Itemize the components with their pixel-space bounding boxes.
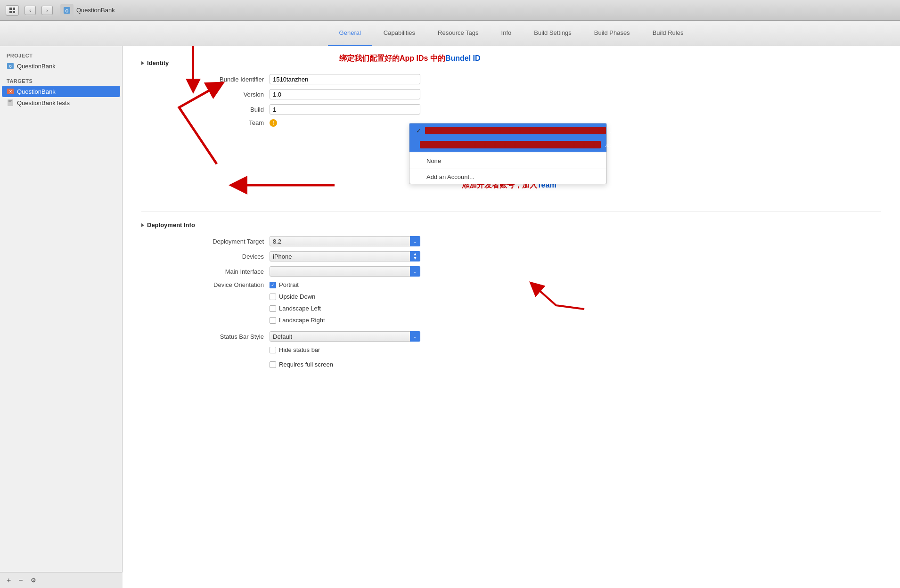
svg-text:Q: Q: [65, 8, 68, 13]
main-interface-select[interactable]: Main: [270, 266, 420, 277]
devices-select[interactable]: iPhone iPad Universal: [270, 251, 420, 261]
sidebar: PROJECT Q QuestionBank TARGETS ✕ Questio…: [0, 46, 123, 588]
landscape-left-checkbox[interactable]: [270, 305, 276, 312]
upside-down-checkbox[interactable]: [270, 294, 276, 300]
tab-general[interactable]: General: [328, 21, 372, 46]
hide-status-bar-row: Hide status bar: [141, 346, 881, 356]
grid-button[interactable]: [6, 5, 19, 16]
status-bar-style-label: Status Bar Style: [170, 333, 264, 340]
dropdown-separator-2: [409, 169, 606, 169]
sidebar-targets-section: TARGETS: [0, 75, 122, 86]
settings-button[interactable]: ⚙: [29, 577, 38, 584]
project-icon: Q: [60, 4, 74, 17]
devices-select-wrap: iPhone iPad Universal ▲▼: [270, 251, 420, 261]
status-bar-style-select[interactable]: Default Light Content: [270, 331, 420, 342]
content-area: Identity 绑定我们配置好的App IDs 中的Bundel ID Bun…: [123, 46, 900, 588]
orientation-checkboxes: ✓ Portrait Upside Down Landscape Left La…: [270, 281, 325, 327]
version-input[interactable]: [270, 89, 420, 99]
warning-icon: !: [270, 119, 277, 127]
bundle-identifier-input[interactable]: [270, 74, 420, 84]
deployment-target-select-wrap: 8.2 8.0 9.0 ⌄: [270, 236, 420, 246]
tab-bar: General Capabilities Resource Tags Info …: [0, 21, 900, 46]
main-layout: PROJECT Q QuestionBank TARGETS ✕ Questio…: [0, 46, 900, 588]
svg-text:✕: ✕: [9, 90, 12, 94]
sidebar-item-target-test[interactable]: QuestionBankTests: [0, 97, 122, 108]
redacted-account-1: ████████████████████████████████████: [425, 127, 606, 134]
sidebar-project-label: QuestionBank: [17, 63, 56, 70]
upside-down-row: Upside Down: [270, 293, 325, 300]
deployment-target-select[interactable]: 8.2 8.0 9.0: [270, 236, 420, 246]
devices-label: Devices: [170, 253, 264, 260]
project-file-icon: Q: [7, 62, 14, 70]
tab-capabilities[interactable]: Capabilities: [372, 21, 426, 46]
dropdown-item-none[interactable]: None: [409, 154, 606, 168]
svg-rect-1: [13, 8, 15, 10]
requires-full-screen-checkbox[interactable]: [270, 361, 276, 368]
status-bar-style-select-wrap: Default Light Content ⌄: [270, 331, 420, 342]
identity-triangle: [141, 61, 144, 65]
dropdown-item-1[interactable]: ✓ ████████████████████████████████████ .…: [409, 123, 606, 138]
bundle-identifier-label: Bundle Identifier: [170, 76, 264, 83]
svg-rect-11: [8, 100, 12, 101]
sidebar-target-label: QuestionBank: [17, 88, 56, 95]
sidebar-item-target-selected[interactable]: ✕ QuestionBank: [2, 86, 120, 97]
target-icon: ✕: [7, 88, 14, 95]
device-orientation-row: Device Orientation ✓ Portrait Upside Dow…: [141, 281, 881, 327]
main-interface-label: Main Interface: [170, 268, 264, 275]
back-button[interactable]: ‹: [25, 6, 36, 15]
dropdown-item-add-account[interactable]: Add an Account...: [409, 170, 606, 184]
remove-button[interactable]: −: [16, 576, 25, 585]
svg-text:Q: Q: [9, 65, 12, 68]
project-title: QuestionBank: [76, 7, 115, 14]
devices-row: Devices iPhone iPad Universal ▲▼: [141, 251, 881, 261]
test-target-icon: [7, 99, 14, 106]
add-button[interactable]: +: [5, 576, 13, 585]
svg-rect-0: [9, 8, 12, 10]
deployment-section-header: Deployment Info: [141, 221, 881, 229]
tab-info[interactable]: Info: [490, 21, 523, 46]
dropdown-item-2[interactable]: ████████████████████████████████████ .co…: [409, 138, 606, 152]
sidebar-item-project[interactable]: Q QuestionBank: [0, 60, 122, 72]
upside-down-label: Upside Down: [279, 293, 315, 300]
landscape-left-row: Landscape Left: [270, 305, 325, 312]
bundle-identifier-row: Bundle Identifier: [141, 74, 881, 84]
tab-build-phases[interactable]: Build Phases: [583, 21, 641, 46]
landscape-right-checkbox[interactable]: [270, 317, 276, 324]
forward-button[interactable]: ›: [41, 6, 53, 15]
portrait-checkbox[interactable]: ✓: [270, 282, 276, 288]
requires-full-screen-row-inner: Requires full screen: [270, 361, 333, 368]
account-2-suffix: .com): [605, 141, 620, 148]
landscape-right-label: Landscape Right: [279, 317, 325, 324]
version-label: Version: [170, 91, 264, 98]
team-label: Team: [170, 119, 264, 126]
hide-status-bar-label: Hide status bar: [279, 346, 320, 353]
tab-build-settings[interactable]: Build Settings: [523, 21, 583, 46]
landscape-left-label: Landscape Left: [279, 305, 321, 312]
landscape-right-row: Landscape Right: [270, 317, 325, 324]
checkmark-icon: ✓: [416, 127, 421, 134]
identity-title: Identity: [147, 59, 169, 66]
svg-rect-3: [13, 11, 15, 13]
main-interface-row: Main Interface Main ⌄: [141, 266, 881, 277]
team-row: Team ! ✓ ███████████████████████████████…: [141, 119, 881, 127]
tab-build-rules[interactable]: Build Rules: [641, 21, 695, 46]
device-orientation-label: Device Orientation: [170, 281, 264, 288]
version-row: Version: [141, 89, 881, 99]
team-dropdown-popup[interactable]: ✓ ████████████████████████████████████ .…: [409, 123, 607, 184]
account-1-suffix: .com): [610, 127, 625, 134]
annotation-bundle-text: 绑定我们配置好的App IDs 中的Bundel ID: [339, 54, 481, 62]
status-bar-style-row: Status Bar Style Default Light Content ⌄: [141, 331, 881, 342]
section-divider: [141, 212, 881, 212]
deployment-info-section: Deployment Info Deployment Target 8.2 8.…: [141, 221, 881, 371]
redacted-account-2: ████████████████████████████████████: [420, 141, 601, 148]
main-interface-select-wrap: Main ⌄: [270, 266, 420, 277]
svg-rect-2: [9, 11, 12, 13]
annotation-bundle-id: 绑定我们配置好的App IDs 中的Bundel ID: [339, 54, 481, 64]
build-input[interactable]: [270, 104, 420, 114]
svg-rect-12: [8, 101, 11, 102]
dropdown-separator-1: [409, 153, 606, 153]
tab-resource-tags[interactable]: Resource Tags: [426, 21, 490, 46]
none-label: None: [426, 157, 441, 164]
hide-status-bar-checkbox[interactable]: [270, 347, 276, 353]
identity-section-header: Identity: [141, 59, 881, 66]
